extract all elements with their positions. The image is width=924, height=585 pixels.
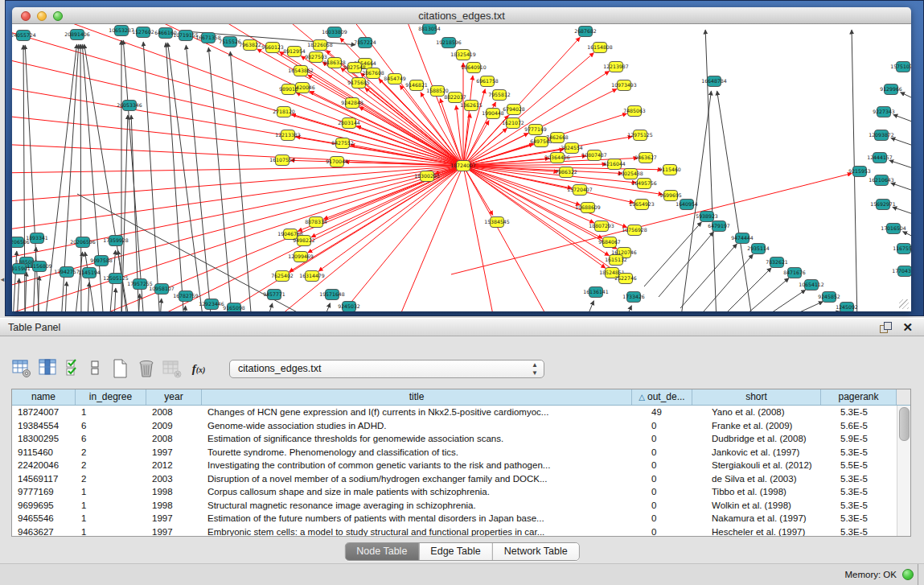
graph-node[interactable]: 9215953 (848, 167, 871, 177)
graph-node[interactable]: 8471676 (783, 268, 806, 278)
graph-node[interactable]: 18640910 (461, 63, 487, 73)
graph-node[interactable]: 12213987 (603, 62, 629, 72)
graph-node[interactable]: 20891406 (64, 30, 90, 40)
graph-node[interactable]: 8813054 (418, 24, 441, 35)
graph-node[interactable]: 16033809 (322, 27, 347, 38)
graph-node[interactable]: 9129966 (880, 84, 902, 95)
graph-node[interactable]: 9146821 (405, 80, 428, 91)
table-options-button[interactable] (11, 358, 34, 381)
graph-node[interactable]: 26053346 (117, 101, 142, 111)
graph-node[interactable]: 1640954 (676, 200, 698, 210)
table-row[interactable]: 911546021997Tourette syndrome. Phenomeno… (12, 446, 910, 459)
table-row[interactable]: 1830029562008Estimation of significance … (12, 432, 910, 446)
graph-node[interactable]: 9170044 (326, 157, 348, 167)
graph-node[interactable]: 10756928 (622, 225, 647, 236)
graph-node[interactable]: 18325419 (450, 50, 476, 60)
graph-node[interactable]: 9699695 (659, 191, 682, 201)
tab-network-table[interactable]: Network Table (492, 543, 579, 560)
graph-node[interactable]: 15720407 (567, 185, 593, 196)
table-row[interactable]: 946554611997Estimation of the future num… (12, 512, 910, 525)
function-builder-button[interactable]: f(x) (187, 358, 210, 381)
graph-node[interactable]: 7625402 (271, 271, 294, 282)
graph-node[interactable]: 6479197 (708, 221, 730, 232)
table-row[interactable]: 977716911998Corpus callosum shape and si… (12, 485, 910, 499)
table-row[interactable]: 946362711997Embryonic stem cells: a mode… (12, 525, 910, 537)
graph-node[interactable]: 16136141 (583, 287, 609, 298)
graph-node[interactable]: 10688609 (575, 203, 601, 213)
graph-node[interactable]: 12093872 (869, 130, 894, 141)
graph-node[interactable]: 9457771 (263, 290, 285, 300)
graph-node[interactable]: 16154808 (587, 43, 613, 53)
graph-node[interactable]: 2935114 (747, 244, 770, 254)
graph-node[interactable]: 16107554 (269, 155, 295, 166)
graph-node[interactable]: 8186328 (323, 58, 346, 68)
graph-node[interactable]: 11156809 (27, 262, 52, 272)
table-row[interactable]: 1456911722003Disruption of a novel membe… (12, 472, 910, 486)
graph-node[interactable]: 18300295 (414, 171, 440, 182)
graph-node[interactable]: 12923446 (199, 299, 224, 310)
graph-node[interactable]: 7963822 (239, 40, 261, 51)
network-canvas[interactable]: 7963822966012389129541822605898275038186… (12, 24, 911, 311)
graph-node[interactable]: 1990448 (482, 109, 504, 119)
graph-node[interactable]: 9474444 (731, 233, 754, 244)
graph-node[interactable]: 18226058 (307, 40, 333, 51)
graph-node[interactable]: 16495756 (631, 179, 657, 189)
close-panel-icon[interactable]: ✕ (902, 320, 913, 335)
graph-node[interactable]: 6216044 (603, 159, 626, 170)
graph-node[interactable]: 12975125 (627, 130, 653, 141)
graph-node[interactable]: 16648784 (701, 76, 727, 87)
graph-node[interactable]: 8878334 (305, 217, 327, 228)
graph-node[interactable]: 8454749 (384, 74, 406, 84)
graph-node[interactable]: 7515526 (219, 37, 241, 47)
column-header-short[interactable]: short (692, 389, 821, 405)
column-header-title[interactable]: title (202, 389, 632, 405)
graph-node[interactable]: 10719155 (173, 31, 199, 41)
table-scrollbar[interactable] (897, 406, 910, 536)
graph-node[interactable]: 10807487 (581, 150, 607, 161)
delete-table-button[interactable] (162, 358, 184, 381)
graph-node[interactable]: 9175685 (347, 78, 370, 89)
graph-node[interactable]: 20206596 (70, 237, 96, 248)
tab-edge-table[interactable]: Edge Table (418, 543, 491, 560)
graph-node[interactable]: 1167553 (893, 244, 911, 254)
graph-node[interactable]: 13942757 (54, 267, 80, 278)
select-all-button[interactable] (64, 358, 87, 381)
graph-node[interactable]: 16782759 (173, 291, 199, 302)
graph-node[interactable]: 8912954 (283, 47, 306, 57)
graph-node[interactable]: 9115460 (659, 165, 681, 175)
column-header-in_degree[interactable]: in_degree (76, 389, 146, 405)
graph-node[interactable]: 989016 (279, 84, 298, 95)
graph-node[interactable]: 6794028 (503, 105, 525, 115)
table-scrollbar-thumb[interactable] (899, 407, 910, 441)
graph-node[interactable]: 2687682 (574, 27, 597, 37)
column-header-year[interactable]: year (146, 389, 202, 405)
graph-node[interactable]: 17704338 (892, 266, 911, 277)
clear-selection-button[interactable] (89, 358, 102, 381)
graph-node[interactable]: 1615132 (605, 255, 627, 266)
graph-node[interactable]: 9165098 (223, 303, 245, 312)
tab-node-table[interactable]: Node Table (345, 543, 418, 560)
graph-node[interactable]: 9463627 (634, 153, 657, 163)
table-row[interactable]: 1872400712008Changes of HCN gene express… (12, 406, 910, 419)
graph-node[interactable]: 7832621 (766, 257, 788, 268)
graph-node[interactable]: 1245092 (836, 303, 858, 312)
graph-node[interactable]: 1145194 (78, 268, 101, 278)
graph-node[interactable]: 16671358 (195, 33, 221, 43)
graph-node[interactable]: 10653287 (109, 26, 134, 36)
column-header-out_degree[interactable]: △out_de... (632, 389, 692, 405)
graph-node[interactable]: 16543862 (288, 66, 314, 76)
graph-node[interactable]: 2522746 (614, 274, 637, 284)
graph-node[interactable]: 9660123 (261, 43, 284, 53)
column-header-pagerank[interactable]: pagerank (821, 389, 897, 405)
graph-node[interactable]: 9245032 (338, 302, 360, 312)
graph-node[interactable]: 10973493 (611, 80, 637, 91)
graph-node[interactable]: 3824554 (561, 143, 583, 154)
graph-node[interactable]: 9684067 (598, 237, 621, 248)
graph-node[interactable]: 19654923 (629, 200, 655, 210)
graph-node[interactable]: 10025438 (618, 169, 643, 179)
window-resize-grip[interactable] (899, 299, 909, 309)
graph-node[interactable]: 1621072 (502, 118, 524, 129)
graph-node[interactable]: 16314479 (299, 271, 325, 282)
graph-node[interactable]: 10958107 (149, 284, 175, 295)
table-selector-dropdown[interactable]: citations_edges.txt ▲▼ (229, 360, 544, 378)
